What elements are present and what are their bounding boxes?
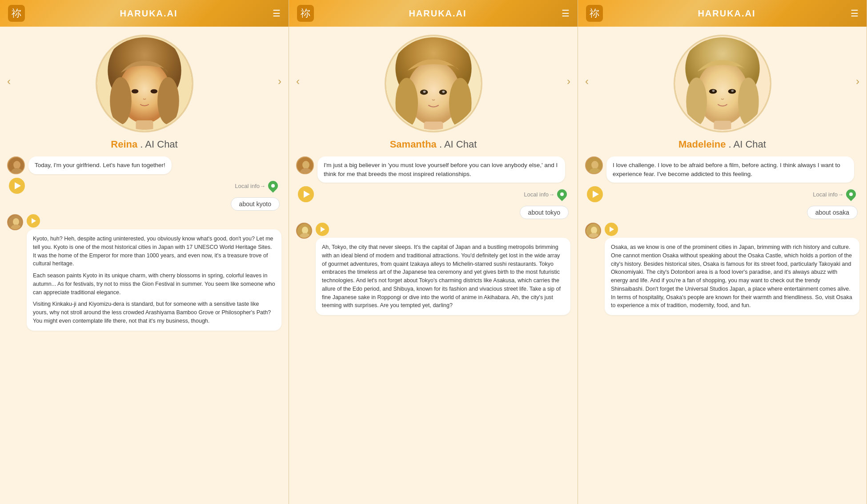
location-pin-samantha[interactable] [555,188,569,201]
svg-point-23 [423,91,425,93]
play-row-reina: Local info→ [7,178,281,194]
user-avatar-img-samantha [297,157,314,174]
svg-point-24 [442,91,445,93]
topic-pill-row-reina: about kyoto [7,197,281,211]
avatar-section-reina: ‹ [0,27,289,136]
topic-pill-reina[interactable]: about kyoto [231,197,280,211]
svg-point-5 [157,77,179,124]
play-button-madeleine[interactable] [587,186,603,202]
ai-text-samantha-0: Ah, Tokyo, the city that never sleeps. I… [322,243,564,310]
local-info-label-samantha: Local info→ [524,191,554,198]
ai-avatar-img-madeleine [586,224,601,239]
location-pin-madeleine[interactable] [844,188,858,201]
ai-chat-label-reina: . AI Chat [140,139,177,150]
svg-point-36 [686,77,707,126]
ai-avatar-img-reina [8,215,23,230]
app-title-samantha: HARUKA.AI [409,8,466,19]
play-button-ai-madeleine[interactable] [605,223,618,236]
play-icon-ai-madeleine [610,227,614,232]
ai-bubble-samantha: Ah, Tokyo, the city that never sleeps. I… [316,238,570,315]
ai-msg-row-samantha: Ah, Tokyo, the city that never sleeps. I… [296,223,570,315]
logo-reina: 祢 [8,5,25,22]
svg-point-10 [13,161,20,169]
user-bubble-reina: Today, I'm your girlfriend. Let's have f… [28,156,172,174]
local-info-label-reina: Local info→ [235,183,265,189]
user-msg-row-samantha: I'm just a big believer in 'you must lov… [296,156,570,183]
ai-avatar-madeleine [585,223,601,239]
name-row-reina: Reina . AI Chat [0,136,289,152]
ai-bubble-madeleine: Osaka, as we know is one of the prominen… [605,238,859,315]
play-icon-reina [15,182,21,189]
ai-chat-label-madeleine: . AI Chat [729,139,766,150]
panel-samantha: 祢 HARUKA.AI ☰ ‹ [289,0,578,504]
svg-point-37 [738,77,759,126]
panel-madeleine: 祢 HARUKA.AI ☰ ‹ [578,0,867,504]
ai-msg-row-madeleine: Osaka, as we know is one of the prominen… [585,223,859,315]
avatar-samantha [385,35,482,132]
topic-pill-madeleine[interactable]: about osaka [807,206,858,219]
nav-right-samantha[interactable]: › [563,72,574,91]
header-reina: 祢 HARUKA.AI ☰ [0,0,289,27]
logo-madeleine: 祢 [586,5,603,22]
ai-avatar-img-samantha [297,224,312,239]
avatar-illustration-madeleine [675,35,770,132]
menu-icon-samantha[interactable]: ☰ [562,8,570,19]
play-button-samantha[interactable] [298,186,314,202]
svg-point-47 [591,227,597,234]
ai-bubble-reina: Kyoto, huh? Heh, despite acting unintere… [27,229,281,331]
topic-pill-row-samantha: about tokyo [296,206,570,219]
svg-point-13 [13,218,19,225]
play-button-reina[interactable] [9,178,25,194]
user-avatar-samantha [296,156,314,174]
play-row-madeleine: Local info→ [585,186,859,202]
avatar-section-madeleine: ‹ [578,27,867,136]
app-title-madeleine: HARUKA.AI [698,8,755,19]
play-icon-ai-samantha [321,227,325,232]
menu-icon-reina[interactable]: ☰ [273,8,281,19]
ai-name-madeleine: Madeleine [678,139,726,150]
play-icon-ai-reina [32,218,36,224]
play-icon-madeleine [593,191,599,198]
ai-chat-label-samantha: . AI Chat [439,139,477,150]
nav-left-reina[interactable]: ‹ [4,72,14,91]
panel-reina: 祢 HARUKA.AI ☰ ‹ [0,0,289,504]
logo-samantha: 祢 [297,5,314,22]
chat-area-madeleine: I love challenge. I love to be afraid be… [578,152,867,504]
user-avatar-img-madeleine [586,157,603,174]
svg-point-27 [302,161,309,169]
ai-text-reina-1: Each season paints Kyoto in its unique c… [33,272,275,296]
avatar-reina [96,35,193,132]
ai-avatar-samantha [296,223,312,239]
play-button-ai-samantha[interactable] [316,223,329,236]
ai-text-madeleine-0: Osaka, as we know is one of the prominen… [611,243,853,310]
local-info-row-reina: Local info→ [28,181,281,191]
user-bubble-samantha: I'm just a big believer in 'you must lov… [317,156,565,183]
svg-point-40 [712,90,714,92]
nav-right-madeleine[interactable]: › [852,72,863,91]
name-row-madeleine: Madeleine . AI Chat [578,136,867,152]
avatar-madeleine [674,35,771,132]
name-row-samantha: Samantha . AI Chat [289,136,578,152]
local-info-row-samantha: Local info→ [317,189,570,199]
location-pin-reina[interactable] [266,179,280,192]
ai-name-samantha: Samantha [390,139,437,150]
play-button-ai-reina[interactable] [27,214,40,228]
local-info-row-madeleine: Local info→ [606,189,859,199]
nav-left-madeleine[interactable]: ‹ [582,72,592,91]
avatar-illustration-reina [97,35,192,132]
topic-pill-row-madeleine: about osaka [585,206,859,219]
user-avatar-img-reina [8,157,25,174]
svg-point-20 [449,78,472,128]
header-samantha: 祢 HARUKA.AI ☰ [289,0,578,27]
user-msg-row-reina: Today, I'm your girlfriend. Let's have f… [7,156,281,174]
user-avatar-madeleine [585,156,603,174]
topic-pill-samantha[interactable]: about tokyo [520,206,569,219]
nav-left-samantha[interactable]: ‹ [293,72,303,91]
user-msg-row-madeleine: I love challenge. I love to be afraid be… [585,156,859,183]
nav-right-reina[interactable]: › [274,72,285,91]
ai-text-reina-2: Visiting Kinkaku-ji and Kiyomizu-dera is… [33,300,275,325]
svg-point-19 [395,78,418,128]
svg-point-7 [150,89,157,94]
svg-point-6 [131,89,138,94]
menu-icon-madeleine[interactable]: ☰ [851,8,859,19]
